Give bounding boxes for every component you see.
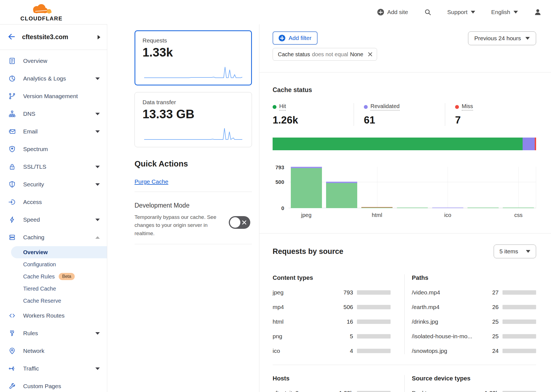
envelope-icon [8,128,16,135]
items-count-dropdown[interactable]: 5 items [494,245,536,258]
back-button[interactable] [7,33,15,42]
x-tick: css [501,212,536,218]
toggle-off-x-icon [241,220,247,225]
sidebar-item-email[interactable]: Email [0,123,107,140]
support-menu[interactable]: Support [447,9,475,15]
y-tick: 793 [275,165,284,171]
sidebar-item-dns[interactable]: DNS [0,105,107,123]
cloudflare-cloud-icon [27,3,56,15]
requests-metric-card[interactable]: Requests 1.33k [135,30,252,85]
sidebar-item-network[interactable]: Network [0,342,107,360]
table-row[interactable]: mp4 506 [273,304,391,310]
cloudflare-logo[interactable]: CLOUDFLARE [20,3,63,21]
sidebar-item-overview[interactable]: Overview [0,52,107,70]
progress-bar [357,305,391,309]
table-row[interactable]: Desktop 1.33k [412,390,536,392]
revalidated-value: 61 [364,114,445,126]
time-range-label: Previous 24 hours [474,35,521,42]
bar-ico [430,167,465,208]
location-pin-icon [8,347,16,355]
account-button[interactable] [534,8,542,16]
sidebar-subitem-configuration[interactable]: Configuration [0,258,107,270]
table-row[interactable]: cftestsite3.com 1.33k [273,390,391,392]
development-mode-toggle[interactable] [229,216,250,229]
table-row[interactable]: /drinks.jpg 25 [412,318,536,325]
table-row[interactable]: html 16 [273,318,391,325]
miss-label[interactable]: Miss [462,103,473,111]
sidebar-item-workers-routes[interactable]: Workers Routes [0,307,107,324]
sidebar-item-caching[interactable]: Caching [0,229,107,246]
language-menu[interactable]: English [491,9,518,15]
add-filter-button[interactable]: Add filter [273,31,318,45]
sidebar-subitem-cache-reserve[interactable]: Cache Reserve [0,295,107,307]
sidebar-item-label: Network [23,348,100,354]
chevron-down-icon [95,367,100,370]
support-label: Support [447,9,468,15]
sidebar-item-label: Custom Pages [23,383,100,390]
sidebar-item-custom-pages[interactable]: Custom Pages [0,377,107,392]
sidebar-item-rules[interactable]: Rules [0,324,107,342]
table-row[interactable]: /earth.mp4 26 [412,304,536,310]
development-mode-section: Development Mode Temporarily bypass our … [135,202,252,237]
progress-bar [502,334,536,339]
sidebar-subitem-cache-rules[interactable]: Cache Rules Beta [0,270,107,283]
cloudflare-wordmark: CLOUDFLARE [20,16,63,21]
table-row[interactable]: png 5 [273,333,391,340]
add-site-button[interactable]: Add site [377,9,408,15]
metrics-column: Requests 1.33k Data transfer 13.33 GB Qu… [107,24,259,392]
add-filter-label: Add filter [289,35,311,41]
divider [135,244,252,244]
sidebar-item-spectrum[interactable]: Spectrum [0,140,107,158]
sidebar-item-label: Traffic [23,365,95,372]
x-tick: html [359,212,395,218]
requests-label: Requests [143,37,244,44]
sidebar-item-ssl-tls[interactable]: SSL/TLS [0,158,107,176]
hit-label[interactable]: Hit [279,103,286,111]
chevron-down-icon [95,130,100,133]
chip-operator: does not equal [312,51,348,58]
filter-chip-cache-status[interactable]: Cache status does not equal None [273,48,377,61]
table-row[interactable]: /video.mp4 27 [412,289,536,296]
sidebar-subitem-caching-overview[interactable]: Overview [11,246,107,258]
table-row[interactable]: jpeg 793 [273,289,391,296]
hosts-devices-columns: Hosts cftestsite3.com 1.33k Source devic… [273,375,536,392]
sidebar-item-speed[interactable]: Speed [0,211,107,229]
table-row[interactable]: ico 4 [273,348,391,354]
data-transfer-label: Data transfer [143,99,244,106]
chevron-down-icon [525,37,530,40]
caret-right-icon[interactable] [98,35,100,39]
quick-actions-title: Quick Actions [135,159,259,168]
subitem-label: Configuration [23,261,56,268]
remove-filter-button[interactable] [367,52,373,57]
top-bar: CLOUDFLARE Add site Support English [0,0,551,24]
sidebar-subitem-tiered-cache[interactable]: Tiered Cache [0,283,107,295]
divider [135,192,252,192]
sidebar-item-analytics-logs[interactable]: Analytics & Logs [0,70,107,87]
search-button[interactable] [424,9,431,16]
revalidated-label[interactable]: Revalidated [370,103,400,111]
source-columns: Content types jpeg 793 mp4 506 [273,274,536,354]
table-row[interactable]: /snowtops.jpg 24 [412,348,536,354]
pie-chart-icon [8,75,16,82]
miss-legend-dot [455,105,459,109]
time-range-dropdown[interactable]: Previous 24 hours [468,31,536,45]
chevron-down-icon [95,166,100,168]
bar-css [501,167,536,208]
sidebar-item-version-management[interactable]: Version Management [0,87,107,105]
analytics-panel: Add filter Cache status does not equal N… [259,24,551,392]
sidebar-item-label: Overview [23,58,100,64]
sidebar-item-access[interactable]: Access [0,193,107,211]
requests-sparkline [143,64,244,80]
sidebar: cftestsite3.com Overview Analytics & Log… [0,24,107,392]
chip-value: None [350,51,363,58]
language-label: English [491,9,510,15]
toggle-knob [230,217,240,228]
sidebar-item-security[interactable]: Security [0,176,107,193]
table-row[interactable]: /isolated-house-in-mo... 25 [412,333,536,340]
purge-cache-link[interactable]: Purge Cache [135,178,168,185]
data-transfer-metric-card[interactable]: Data transfer 13.33 GB [135,92,252,147]
sidebar-item-label: Analytics & Logs [23,75,95,82]
cache-status-stats: Hit 1.26k Revalidated 61 Miss [273,103,536,126]
sidebar-item-traffic[interactable]: Traffic [0,360,107,377]
chevron-up-icon [95,236,100,239]
